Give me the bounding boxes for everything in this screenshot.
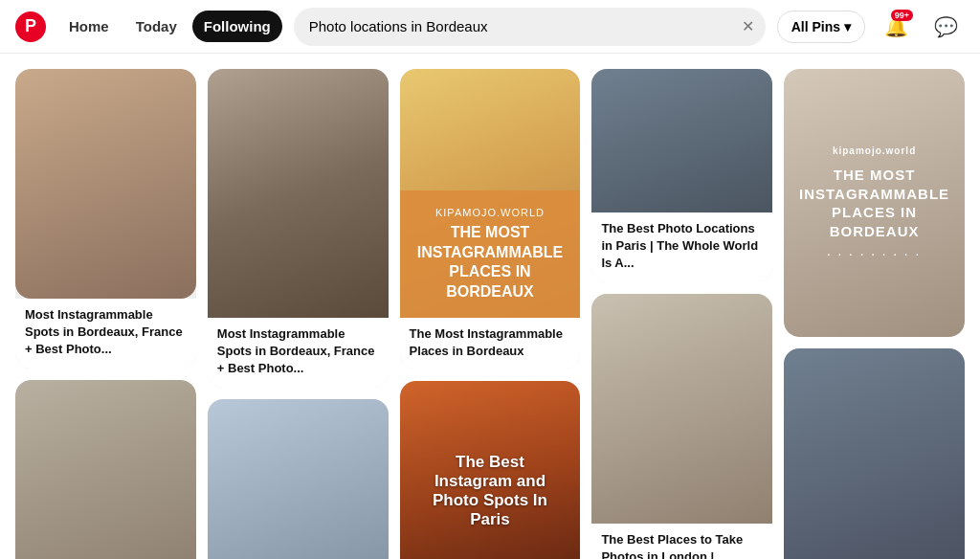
pin-image-overlay: KIPAMOJO.WORLD THE MOST INSTAGRAMMABLE P… (400, 69, 581, 318)
message-icon: 💬 (934, 15, 958, 38)
notification-badge: 99+ (891, 10, 913, 21)
pin-image (208, 399, 389, 559)
nav-today[interactable]: Today (124, 11, 189, 42)
pin-image (591, 69, 772, 212)
pin-image-overlay: kipamojo.world THE MOST INSTAGRAMMABLE P… (784, 69, 965, 337)
nav: Home Today Following (57, 11, 282, 42)
pin-image (15, 380, 196, 559)
pin-image (15, 69, 196, 299)
pin-caption: Most Instagrammable Spots in Bordeaux, F… (208, 318, 389, 388)
pin-card[interactable]: The Best Instagram and Photo Spots In Pa… (400, 381, 581, 559)
pinterest-logo[interactable]: P (15, 11, 46, 42)
pin-overlay-text: KIPAMOJO.WORLD THE MOST INSTAGRAMMABLE P… (400, 190, 581, 318)
pin-caption: Most Instagrammable Spots in Bordeaux, F… (15, 299, 196, 369)
clear-search-button[interactable]: ✕ (742, 17, 754, 35)
pin-caption: The Best Places to Take Photos in London… (591, 524, 772, 559)
pin-card[interactable]: kipamojo.world THE MOST INSTAGRAMMABLE P… (784, 69, 965, 337)
nav-home[interactable]: Home (57, 11, 121, 42)
pin-card[interactable]: The Best Photo Locations in Paris | The … (591, 69, 772, 282)
header: P Home Today Following ✕ All Pins ▾ 🔔 99… (0, 0, 980, 54)
pin-bordeaux-overlay: kipamojo.world THE MOST INSTAGRAMMABLE P… (784, 69, 965, 337)
pin-card[interactable]: Most Instagrammable Spots in Bordeaux, F… (15, 69, 196, 369)
messages-button[interactable]: 💬 (926, 8, 965, 46)
overlay-site: KIPAMOJO.WORLD (410, 206, 571, 219)
chevron-down-icon: ▾ (844, 19, 851, 34)
pin-image (591, 294, 772, 524)
pin-caption: The Best Photo Locations in Paris | The … (591, 212, 772, 282)
pin-card[interactable] (15, 380, 196, 559)
overlay-site: kipamojo.world (833, 145, 916, 156)
pin-card[interactable]: 31012 Best Travel Wanderlust Dreams imag… (784, 348, 965, 559)
pin-image (208, 69, 389, 318)
overlay-dots: · · · · · · · · · (827, 250, 921, 260)
pin-caption: The Most Instagrammable Places in Bordea… (400, 318, 581, 369)
nav-following[interactable]: Following (192, 11, 282, 42)
search-bar: ✕ (294, 8, 766, 46)
filter-label: All Pins (791, 19, 840, 34)
pin-card[interactable]: KIPAMOJO.WORLD THE MOST INSTAGRAMMABLE P… (400, 69, 581, 369)
pin-sunset-overlay-text: The Best Instagram and Photo Spots In Pa… (400, 381, 581, 559)
search-input[interactable] (294, 8, 766, 46)
pin-image (784, 348, 965, 559)
pins-grid: Most Instagrammable Spots in Bordeaux, F… (0, 54, 980, 559)
overlay-title: THE MOST INSTAGRAMMABLE PLACES IN BORDEA… (795, 166, 953, 240)
notifications-button[interactable]: 🔔 99+ (877, 8, 915, 46)
pin-card[interactable]: Most Instagrammable Spots in Bordeaux, F… (208, 69, 389, 388)
pin-image-overlay: The Best Instagram and Photo Spots In Pa… (400, 381, 581, 559)
pin-card[interactable]: The Best Places to Take Photos in London… (591, 294, 772, 559)
pin-card[interactable]: The Best Places to Take Photos in London… (208, 399, 389, 559)
filter-button[interactable]: All Pins ▾ (777, 11, 865, 43)
